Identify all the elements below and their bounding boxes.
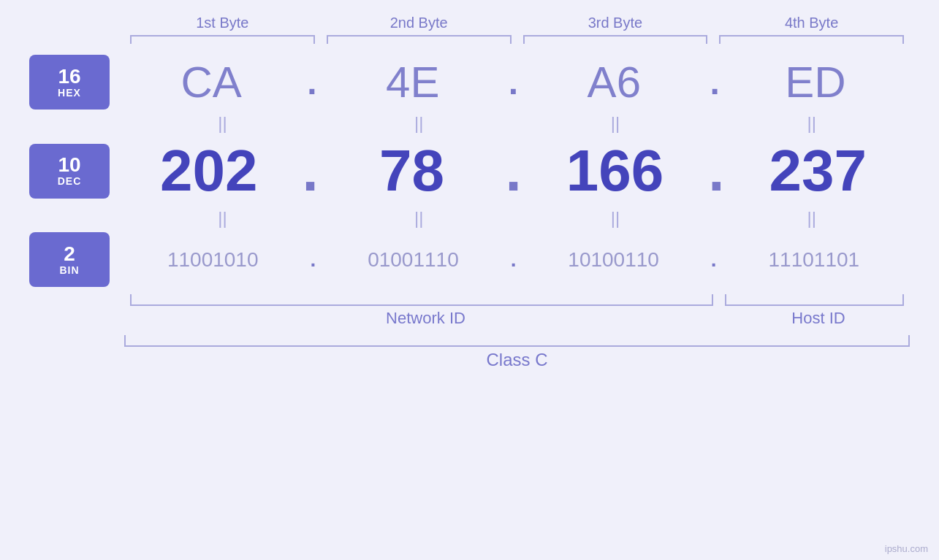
dec-values-area: 202 . 78 . 166 . 237 xyxy=(117,137,910,204)
top-bracket-row xyxy=(29,35,910,44)
dec-row: 10 DEC 202 . 78 . 166 . 237 xyxy=(29,137,910,204)
hex-byte3: A6 xyxy=(520,57,708,107)
bin-val4: 11101101 xyxy=(769,248,860,271)
hex-dot3: . xyxy=(710,65,719,100)
eq1-b4: || xyxy=(713,113,910,134)
network-host-labels-row: Network ID Host ID xyxy=(124,309,910,328)
hex-val4: ED xyxy=(785,58,845,107)
dec-val4: 237 xyxy=(769,138,866,203)
eq2-b4: || xyxy=(713,208,910,229)
host-bracket xyxy=(725,294,904,306)
bin-row: 2 BIN 11001010 . 01001110 . 10100110 . 1… xyxy=(29,232,910,287)
hex-val3: A6 xyxy=(588,58,641,107)
bracket-byte1 xyxy=(130,35,315,44)
dec-val3: 166 xyxy=(566,138,664,203)
byte-headers: 1st Byte 2nd Byte 3rd Byte 4th Byte xyxy=(29,15,910,35)
hex-badge: 16 HEX xyxy=(29,55,110,110)
bin-base-number: 2 xyxy=(64,244,75,264)
equals-row-2: || || || || xyxy=(29,208,910,229)
equals-row-1: || || || || xyxy=(29,113,910,134)
network-id-label: Network ID xyxy=(124,309,727,328)
eq1-b2: || xyxy=(321,113,517,134)
hex-base-label: HEX xyxy=(58,87,81,99)
dec-dot3: . xyxy=(708,142,724,200)
dec-dot2: . xyxy=(505,142,521,200)
class-label: Class C xyxy=(124,350,910,370)
bin-badge: 2 BIN xyxy=(29,232,110,287)
bin-values-area: 11001010 . 01001110 . 10100110 . 1110110… xyxy=(117,248,910,272)
bin-dot2: . xyxy=(511,250,517,270)
dec-badge: 10 DEC xyxy=(29,144,110,199)
hex-dot1: . xyxy=(307,65,316,100)
hex-dot2: . xyxy=(509,65,518,100)
byte1-header: 1st Byte xyxy=(124,15,321,35)
hex-byte1: CA xyxy=(117,57,305,107)
hex-row: 16 HEX CA . 4E . A6 . ED xyxy=(29,55,910,110)
bin-dot1: . xyxy=(310,250,316,270)
class-section: Class C xyxy=(29,335,910,370)
eq2-b1: || xyxy=(124,208,321,229)
dec-byte1: 202 xyxy=(117,137,301,204)
hex-values-area: CA . 4E . A6 . ED xyxy=(117,57,910,107)
eq1-b3: || xyxy=(517,113,714,134)
dec-byte2: 78 xyxy=(320,137,504,204)
class-bracket xyxy=(124,335,910,347)
bin-byte4: 11101101 xyxy=(718,248,910,272)
bin-val1: 11001010 xyxy=(167,248,259,271)
hex-base-number: 16 xyxy=(58,66,80,87)
bracket-byte4 xyxy=(719,35,904,44)
byte4-header: 4th Byte xyxy=(713,15,910,35)
host-id-label: Host ID xyxy=(727,309,910,328)
bin-byte2: 01001110 xyxy=(317,248,509,272)
main-container: 1st Byte 2nd Byte 3rd Byte 4th Byte 16 H… xyxy=(0,0,939,560)
network-bracket xyxy=(130,294,713,306)
bracket-byte2 xyxy=(327,35,512,44)
dec-val1: 202 xyxy=(160,138,257,203)
eq2-b2: || xyxy=(321,208,517,229)
bracket-byte3 xyxy=(523,35,708,44)
bin-dot3: . xyxy=(711,250,717,270)
bin-byte3: 10100110 xyxy=(517,248,709,272)
bottom-brackets-section: Network ID Host ID xyxy=(29,294,910,328)
dec-base-label: DEC xyxy=(58,175,82,187)
dec-byte3: 166 xyxy=(523,137,707,204)
dec-base-number: 10 xyxy=(58,155,80,175)
bin-byte1: 11001010 xyxy=(117,248,308,272)
bin-val3: 10100110 xyxy=(568,248,659,271)
byte3-header: 3rd Byte xyxy=(517,15,714,35)
hex-byte4: ED xyxy=(721,57,910,107)
network-host-bracket-row xyxy=(124,294,910,306)
dec-byte4: 237 xyxy=(726,137,910,204)
eq2-b3: || xyxy=(517,208,714,229)
watermark: ipshu.com xyxy=(885,543,928,554)
dec-dot1: . xyxy=(303,142,319,200)
hex-val2: 4E xyxy=(386,58,439,107)
bin-val2: 01001110 xyxy=(368,248,459,271)
byte2-header: 2nd Byte xyxy=(321,15,517,35)
dec-val2: 78 xyxy=(379,138,444,203)
bin-base-label: BIN xyxy=(59,264,79,276)
hex-val1: CA xyxy=(180,58,241,107)
hex-byte2: 4E xyxy=(319,57,507,107)
eq1-b1: || xyxy=(124,113,321,134)
